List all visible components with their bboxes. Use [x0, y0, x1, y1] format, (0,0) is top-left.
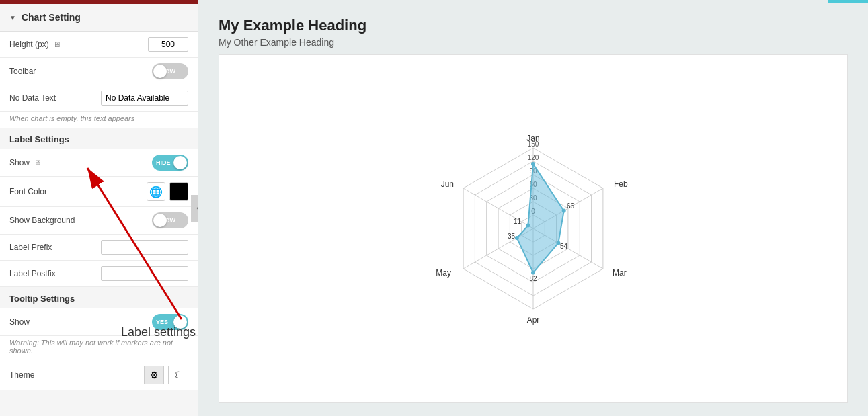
label-show-label: Show 🖥: [9, 158, 152, 167]
svg-text:May: May: [436, 268, 451, 278]
label-show-row: Show 🖥 HIDE: [0, 149, 198, 177]
tooltip-warning: Warning: This will may not work if marke…: [0, 336, 198, 360]
chart-setting-header: ▼ Chart Setting: [0, 4, 198, 32]
no-data-text-row: No Data Text: [0, 85, 198, 112]
svg-text:66: 66: [567, 202, 575, 210]
svg-text:Jun: Jun: [441, 179, 454, 189]
chart-wrapper: 0 30 60 90 120 150: [219, 54, 848, 403]
tooltip-show-toggle[interactable]: YES: [152, 314, 188, 330]
svg-text:Mar: Mar: [613, 268, 627, 278]
label-show-toggle-label: HIDE: [156, 159, 171, 166]
moon-icon: ☾: [174, 370, 183, 380]
show-background-label: Show Background: [9, 216, 152, 225]
no-data-control: [101, 91, 188, 106]
left-panel: ▼ Chart Setting Height (px) 🖥 Toolbar SH…: [0, 0, 198, 416]
svg-point-18: [531, 162, 535, 166]
tooltip-settings-header: Tooltip Settings: [0, 287, 198, 308]
label-show-control: HIDE: [152, 155, 188, 171]
svg-text:Jan: Jan: [526, 134, 539, 143]
font-color-control: 🌐: [147, 182, 188, 201]
theme-dark-button[interactable]: ☾: [168, 366, 188, 384]
tooltip-show-toggle-label: YES: [156, 319, 168, 325]
toolbar-toggle-knob: [153, 65, 167, 78]
chart-main-heading: My Example Heading: [219, 17, 366, 34]
label-prefix-control: [101, 240, 188, 255]
color-picker-button[interactable]: [169, 182, 188, 201]
toolbar-control: SHOW: [152, 63, 188, 79]
tooltip-show-label: Show: [9, 317, 152, 327]
right-panel: My Example Heading My Other Example Head…: [198, 0, 868, 416]
toolbar-row: Toolbar SHOW: [0, 58, 198, 85]
no-data-label: No Data Text: [9, 93, 101, 103]
show-background-control: SHOW: [152, 212, 188, 228]
label-postfix-control: [101, 266, 188, 281]
height-input[interactable]: [148, 37, 188, 52]
tooltip-show-toggle-knob: [173, 315, 187, 329]
section-title: Chart Setting: [22, 12, 81, 23]
theme-label: Theme: [9, 370, 144, 380]
label-prefix-input[interactable]: [101, 240, 188, 255]
svg-text:82: 82: [529, 275, 537, 282]
show-background-toggle-knob: [153, 214, 167, 227]
label-postfix-row: Label Postfix: [0, 261, 198, 287]
font-color-row: Font Color 🌐: [0, 177, 198, 207]
chevron-icon: ▼: [9, 14, 16, 22]
svg-point-19: [562, 209, 566, 213]
label-show-toggle[interactable]: HIDE: [152, 155, 188, 171]
label-settings-header: Label Settings: [0, 128, 198, 149]
label-prefix-label: Label Prefix: [9, 243, 101, 252]
chart-sub-heading: My Other Example Heading: [219, 37, 334, 48]
font-color-label: Font Color: [9, 187, 147, 196]
gear-icon: ⚙: [150, 370, 159, 380]
globe-button[interactable]: 🌐: [147, 182, 165, 201]
monitor-icon: 🖥: [53, 40, 61, 48]
svg-point-22: [515, 236, 519, 240]
label-prefix-row: Label Prefix: [0, 235, 198, 261]
hint-text: When chart is empty, this text appears: [0, 112, 198, 128]
toolbar-label: Toolbar: [9, 67, 152, 76]
collapse-handle[interactable]: ‹: [191, 195, 198, 222]
svg-text:Apr: Apr: [527, 315, 540, 325]
label-postfix-label: Label Postfix: [9, 269, 101, 278]
svg-point-23: [526, 224, 530, 228]
tooltip-show-row: Show YES: [0, 308, 198, 336]
toolbar-toggle[interactable]: SHOW: [152, 63, 188, 79]
svg-text:54: 54: [560, 243, 568, 250]
svg-text:120: 120: [528, 154, 539, 161]
show-background-row: Show Background SHOW: [0, 207, 198, 235]
svg-point-21: [531, 271, 535, 275]
label-monitor-icon: 🖥: [34, 159, 41, 167]
height-control: [148, 37, 188, 52]
svg-text:11: 11: [514, 218, 522, 225]
no-data-input[interactable]: [101, 91, 188, 106]
theme-row: Theme ⚙ ☾: [0, 360, 198, 390]
height-row: Height (px) 🖥: [0, 32, 198, 58]
height-label: Height (px) 🖥: [9, 40, 148, 49]
svg-text:35: 35: [508, 233, 516, 240]
theme-light-button[interactable]: ⚙: [144, 366, 164, 384]
svg-text:Feb: Feb: [614, 179, 628, 189]
show-background-toggle[interactable]: SHOW: [152, 212, 188, 228]
theme-control: ⚙ ☾: [144, 366, 188, 384]
tooltip-show-control: YES: [152, 314, 188, 330]
label-postfix-input[interactable]: [101, 266, 188, 281]
radar-chart: 0 30 60 90 120 150: [372, 94, 695, 363]
label-show-toggle-knob: [173, 156, 187, 169]
content-area: My Example Heading My Other Example Head…: [198, 3, 868, 416]
